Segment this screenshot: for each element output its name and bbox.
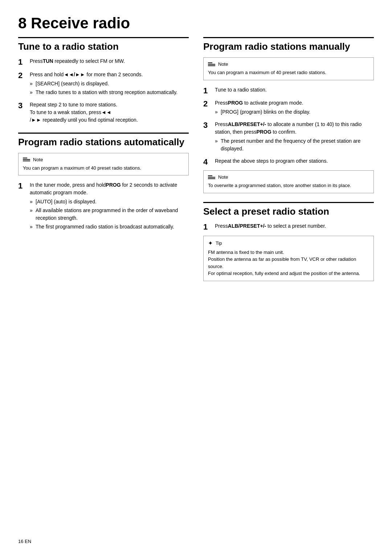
program-manual-step-1: 1 Tune to a radio station.	[203, 86, 374, 96]
select-preset-step-1: 1 PressALB/PRESET+/- to select a preset …	[203, 222, 374, 232]
page-footer: 16 EN	[18, 539, 31, 544]
select-preset-step-1-content: PressALB/PRESET+/- to select a preset nu…	[215, 222, 326, 230]
program-manual-note2-label: Note	[218, 174, 228, 180]
tune-section: Tune to a radio station 1 PressTUN repea…	[18, 37, 189, 124]
program-auto-step-1: 1 In the tuner mode, press and holdPROG …	[18, 181, 189, 232]
program-manual-note1-label: Note	[218, 61, 228, 67]
chapter-title: Receive radio	[31, 15, 130, 32]
program-auto-sub-3: The first programmed radio station is br…	[30, 223, 189, 231]
program-manual-step-1-num: 1	[203, 86, 211, 96]
program-auto-sub-2: All available stations are programmed in…	[30, 207, 189, 222]
select-preset-tip: ✦ Tip FM antenna is fixed to the main un…	[203, 236, 374, 281]
program-auto-note-text: You can program a maximum of 40 preset r…	[23, 165, 184, 172]
tune-step-2: 2 Press and hold◄◄/►► for more than 2 se…	[18, 71, 189, 97]
tune-section-title: Tune to a radio station	[18, 37, 189, 52]
select-preset-section: Select a preset radio station 1 PressALB…	[203, 202, 374, 281]
program-manual-step-3: 3 PressALB/PRESET+/- to allocate a numbe…	[203, 121, 374, 154]
note-icon-3	[208, 175, 215, 179]
program-auto-section: Program radio stations automatically Not…	[18, 133, 189, 232]
program-manual-step-4: 4 Repeat the above steps to program othe…	[203, 157, 374, 167]
program-manual-step-4-num: 4	[203, 157, 211, 167]
program-manual-step-list: 1 Tune to a radio station. 2 PressPROG t…	[203, 86, 374, 167]
select-preset-tip-label: Tip	[216, 240, 222, 246]
tip-icon: ✦	[208, 240, 213, 247]
program-manual-note2-header: Note	[208, 174, 369, 180]
program-manual-step-2-sub: [PROG] (program) blinks on the display.	[215, 108, 310, 116]
select-preset-tip-header: ✦ Tip	[208, 240, 369, 247]
program-auto-note-label: Note	[33, 157, 43, 162]
program-manual-step-1-content: Tune to a radio station.	[215, 86, 267, 94]
program-auto-step-1-content: In the tuner mode, press and holdPROG fo…	[30, 181, 189, 232]
select-preset-title: Select a preset radio station	[203, 202, 374, 217]
chapter-number: 8	[18, 15, 26, 32]
tune-step-2-sub: [SEARCH] (search) is displayed. The radi…	[30, 80, 177, 96]
program-auto-note: Note You can program a maximum of 40 pre…	[18, 153, 189, 176]
tune-step-3-content: Repeat step 2 to tune to more stations. …	[30, 101, 138, 124]
program-auto-title: Program radio stations automatically	[18, 133, 189, 148]
program-manual-step-2-content: PressPROG to activate program mode. [PRO…	[215, 99, 310, 117]
tune-step-list: 1 PressTUN repeatedly to select FM or MW…	[18, 57, 189, 123]
program-manual-step-2: 2 PressPROG to activate program mode. [P…	[203, 99, 374, 117]
note-icon	[23, 158, 30, 161]
program-manual-step-2-num: 2	[203, 99, 211, 109]
program-manual-note2-text: To overwrite a programmed station, store…	[208, 182, 369, 189]
tune-step-2-content: Press and hold◄◄/►► for more than 2 seco…	[30, 71, 177, 97]
tune-step-3: 3 Repeat step 2 to tune to more stations…	[18, 101, 189, 124]
tune-step-3-num: 3	[18, 101, 26, 110]
select-preset-step-list: 1 PressALB/PRESET+/- to select a preset …	[203, 222, 374, 232]
program-auto-sub-1: [AUTO] (auto) is displayed.	[30, 198, 189, 206]
tune-step-2-sub-1: [SEARCH] (search) is displayed.	[30, 80, 177, 88]
tune-step-1-num: 1	[18, 57, 26, 67]
tune-step-1-content: PressTUN repeatedly to select FM or MW.	[30, 57, 125, 65]
program-manual-note1-text: You can program a maximum of 40 preset r…	[208, 69, 369, 76]
select-preset-tip-text: FM antenna is fixed to the main unit. Po…	[208, 249, 369, 277]
tune-step-2-num: 2	[18, 71, 26, 80]
program-manual-title: Program radio stations manually	[203, 37, 374, 52]
select-preset-step-1-num: 1	[203, 222, 211, 232]
program-manual-sub-1: [PROG] (program) blinks on the display.	[215, 108, 310, 116]
program-manual-step-3-content: PressALB/PRESET+/- to allocate a number …	[215, 121, 374, 154]
program-auto-note-header: Note	[23, 157, 184, 162]
program-manual-note1: Note You can program a maximum of 40 pre…	[203, 57, 374, 80]
program-manual-note1-header: Note	[208, 61, 369, 67]
program-auto-step-1-sub: [AUTO] (auto) is displayed. All availabl…	[30, 198, 189, 231]
program-manual-step-4-content: Repeat the above steps to program other …	[215, 157, 328, 165]
tune-step-2-sub-2: The radio tunes to a station with strong…	[30, 89, 177, 96]
program-manual-step-3-sub: The preset number and the frequency of t…	[215, 137, 374, 153]
note-icon-2	[208, 62, 215, 66]
program-manual-sub-2: The preset number and the frequency of t…	[215, 137, 374, 153]
chapter-heading: 8 Receive radio	[18, 15, 374, 33]
program-manual-step-3-num: 3	[203, 121, 211, 130]
program-auto-step-1-num: 1	[18, 181, 26, 191]
tune-step-1: 1 PressTUN repeatedly to select FM or MW…	[18, 57, 189, 67]
program-manual-note2: Note To overwrite a programmed station, …	[203, 170, 374, 193]
program-manual-section: Program radio stations manually Note You…	[203, 37, 374, 193]
program-auto-step-list: 1 In the tuner mode, press and holdPROG …	[18, 181, 189, 232]
